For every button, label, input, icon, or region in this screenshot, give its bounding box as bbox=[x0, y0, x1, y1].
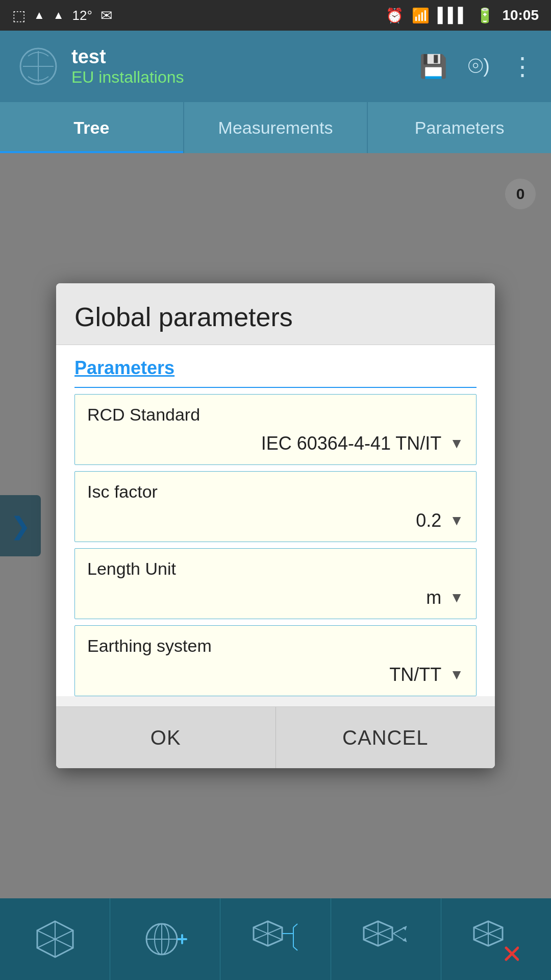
bluetooth-icon[interactable]: ⦾) bbox=[468, 55, 490, 78]
param-length-unit: Length Unit m ▼ bbox=[74, 548, 477, 619]
alarm-icon: ⏰ bbox=[386, 7, 404, 24]
app-name: test bbox=[71, 46, 184, 68]
rcd-standard-label: RCD Standard bbox=[87, 405, 464, 425]
param-rcd-standard: RCD Standard IEC 60364-4-41 TN/IT ▼ bbox=[74, 394, 477, 465]
battery-icon: 🔋 bbox=[476, 7, 494, 24]
earthing-system-label: Earthing system bbox=[87, 636, 464, 656]
nav-item-1[interactable] bbox=[0, 898, 110, 980]
isc-factor-value: 0.2 bbox=[416, 510, 441, 531]
param-isc-factor: Isc factor 0.2 ▼ bbox=[74, 471, 477, 542]
earthing-system-select[interactable]: TN/TT ▼ bbox=[87, 664, 464, 685]
status-bar: ⬚ ▲ ▲ 12° ✉ ⏰ 📶 ▌▌▌ 🔋 10:05 bbox=[0, 0, 551, 31]
earthing-system-dropdown-arrow[interactable]: ▼ bbox=[449, 667, 464, 683]
ok-button[interactable]: OK bbox=[56, 707, 276, 768]
globe-add-icon bbox=[142, 916, 188, 962]
status-bar-right: ⏰ 📶 ▌▌▌ 🔋 10:05 bbox=[386, 7, 539, 24]
rcd-standard-value: IEC 60364-4-41 TN/IT bbox=[261, 433, 442, 454]
tab-tree[interactable]: Tree bbox=[0, 102, 184, 153]
nav-item-4[interactable] bbox=[331, 898, 441, 980]
app-subtitle: EU installations bbox=[71, 68, 184, 87]
rcd-standard-select[interactable]: IEC 60364-4-41 TN/IT ▼ bbox=[87, 433, 464, 454]
screen-icon: ⬚ bbox=[12, 7, 26, 24]
nav-item-5[interactable] bbox=[441, 898, 551, 980]
bottom-nav bbox=[0, 898, 551, 980]
global-parameters-dialog: Global parameters Parameters RCD Standar… bbox=[56, 283, 495, 768]
param-earthing-system: Earthing system TN/TT ▼ bbox=[74, 625, 477, 696]
more-options-icon[interactable]: ⋮ bbox=[510, 52, 536, 81]
dialog-title-bar: Global parameters bbox=[56, 283, 495, 345]
tabs-bar: Tree Measurements Parameters bbox=[0, 102, 551, 153]
app-logo bbox=[15, 43, 61, 89]
svg-line-19 bbox=[293, 924, 297, 927]
up-arrow-icon: ▲ bbox=[34, 9, 45, 22]
wifi-icon: 📶 bbox=[412, 7, 430, 24]
temp-label: 12° bbox=[72, 8, 92, 23]
nav-item-3[interactable] bbox=[220, 898, 331, 980]
email-icon: ✉ bbox=[101, 7, 112, 24]
save-icon[interactable]: 💾 bbox=[419, 53, 447, 80]
earthing-system-value: TN/TT bbox=[389, 664, 441, 685]
length-unit-label: Length Unit bbox=[87, 559, 464, 579]
cube-split-icon bbox=[363, 916, 409, 962]
app-header: test EU installations 💾 ⦾) ⋮ bbox=[0, 31, 551, 102]
tab-measurements[interactable]: Measurements bbox=[184, 102, 368, 153]
length-unit-dropdown-arrow[interactable]: ▼ bbox=[449, 590, 464, 606]
rcd-standard-dropdown-arrow[interactable]: ▼ bbox=[449, 435, 464, 452]
cube-delete-icon bbox=[473, 916, 519, 962]
cube-branch-icon bbox=[253, 916, 298, 962]
svg-line-20 bbox=[293, 947, 297, 950]
isc-factor-dropdown-arrow[interactable]: ▼ bbox=[449, 512, 464, 529]
dialog-title: Global parameters bbox=[74, 302, 477, 332]
length-unit-value: m bbox=[426, 587, 441, 608]
cancel-button[interactable]: CANCEL bbox=[276, 707, 495, 768]
clock-time: 10:05 bbox=[502, 7, 539, 23]
signal-icon: ▌▌▌ bbox=[438, 7, 468, 23]
dialog-body: Parameters RCD Standard IEC 60364-4-41 T… bbox=[56, 345, 495, 696]
dialog-actions: OK CANCEL bbox=[56, 706, 495, 768]
section-label: Parameters bbox=[74, 345, 477, 388]
isc-factor-label: Isc factor bbox=[87, 482, 464, 502]
length-unit-select[interactable]: m ▼ bbox=[87, 587, 464, 608]
status-bar-left: ⬚ ▲ ▲ 12° ✉ bbox=[12, 7, 112, 24]
isc-factor-select[interactable]: 0.2 ▼ bbox=[87, 510, 464, 531]
nav-item-2[interactable] bbox=[110, 898, 220, 980]
down-arrow-icon: ▲ bbox=[53, 9, 64, 22]
tab-parameters[interactable]: Parameters bbox=[368, 102, 551, 153]
main-content: ❯ 0 Global parameters Parameters RCD Sta… bbox=[0, 153, 551, 898]
cube-icon bbox=[32, 916, 78, 962]
